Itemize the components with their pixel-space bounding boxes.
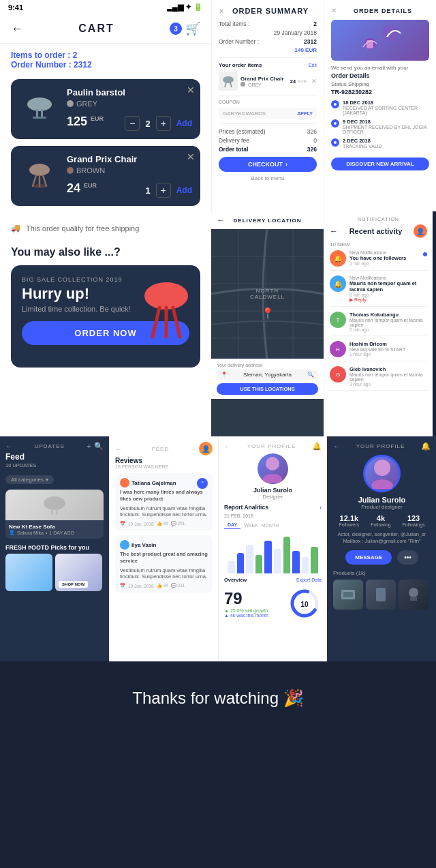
order-summary-header: ✕ ORDER SUMMARY [219, 7, 317, 15]
back-icon[interactable]: ← [115, 445, 122, 453]
svg-rect-1 [36, 109, 38, 117]
reviews-panel: ← FEED 👤 Reviews 18 PERSON WAS HERE " Ta… [109, 436, 218, 661]
tracking-steps: 18 DEC 2018 RECEIVED AT SORTING CENTER (… [331, 100, 429, 149]
arrow-right-icon: › [285, 161, 287, 168]
back-menu-link[interactable]: Back to menu [219, 175, 317, 181]
os-item-color: GREY [240, 82, 284, 87]
svg-rect-39 [343, 592, 353, 597]
remove-item-button[interactable]: ✕ [311, 78, 317, 85]
cart-item-color: GREY [67, 100, 192, 108]
product-thumbnail[interactable] [333, 580, 363, 610]
bar [228, 561, 235, 573]
increase-qty-button[interactable]: + [156, 116, 171, 131]
back-icon[interactable]: ← [5, 443, 12, 450]
map-canvas: NORTH CALDWELL 📍 [211, 229, 324, 359]
export-link[interactable]: Export Data [296, 578, 322, 582]
back-icon[interactable]: ← [330, 226, 338, 236]
increase-qty-button[interactable]: + [156, 183, 171, 198]
svg-point-9 [144, 282, 188, 310]
discover-btn[interactable]: DISCOVER NEW ARRIVAL [331, 158, 429, 170]
feed-card: New Kt Ease Sofa 👤 Sakura Mika • 1 DAY A… [5, 490, 104, 539]
add-button[interactable]: Add [176, 119, 192, 128]
overview-value: 79 ▲ 25.0% sell growth ▲ 4k was this mon… [224, 589, 268, 618]
track-dot-icon [331, 138, 339, 147]
notif-avatar: G [330, 366, 346, 383]
svg-point-32 [263, 474, 282, 483]
sale-banner: BIG SALE COLLECTION 2019 Hurry up! Limit… [11, 265, 200, 368]
shop-now-label[interactable]: SHOP NOW [59, 581, 88, 588]
product-thumbnail[interactable] [399, 580, 429, 610]
stat-posts: 123 Followings [403, 514, 425, 527]
message-button[interactable]: MESSAGE [345, 550, 392, 565]
close-icon[interactable]: ✕ [331, 7, 337, 14]
feed-inspired-item[interactable]: SHOP NOW [55, 554, 102, 591]
checkout-button[interactable]: CHECKOUT › [219, 157, 317, 172]
close-icon[interactable]: ✕ [219, 8, 224, 15]
unread-dot [423, 252, 427, 256]
svg-point-4 [29, 164, 50, 176]
notif-avatar: T [330, 312, 346, 328]
decrease-qty-button[interactable]: − [125, 116, 140, 131]
cart-item-price: 125 EUR [67, 115, 104, 129]
month-tab[interactable]: MONTH [262, 521, 279, 529]
cart-icon: 🛒 [185, 21, 200, 36]
reviews-title: Reviews [115, 457, 213, 464]
apply-coupon-button[interactable]: APPLY [297, 111, 313, 116]
qty-display: 1 [145, 185, 150, 196]
track-step-info: 18 DEC 2018 RECEIVED AT SORTING CENTER (… [343, 100, 429, 115]
add-button[interactable]: Add [176, 185, 192, 195]
back-button[interactable]: ← [11, 22, 23, 36]
right-column: ✕ ORDER SUMMARY Total items : 2 29 Janua… [211, 0, 436, 436]
search-icon[interactable]: 🔍 [94, 442, 104, 451]
use-location-button[interactable]: USE THIS LOCATIONS [217, 383, 318, 395]
truck-icon: 🚚 [11, 224, 20, 233]
cart-item: Paulin barstol GREY 125 EUR − 2 + [11, 79, 200, 139]
bell-icon[interactable]: 🔔 [312, 442, 322, 451]
location-input[interactable]: 📍 Sleman, Yogyakarta 🔍 [217, 370, 318, 380]
svg-rect-3 [33, 117, 46, 119]
feed-inspired-item[interactable] [5, 554, 52, 591]
back-icon[interactable]: ← [333, 443, 340, 450]
map-title: DELIVERY LOCATION [225, 218, 310, 224]
more-button[interactable]: ••• [397, 550, 418, 565]
chair-grand-icon [22, 159, 57, 193]
svg-rect-42 [410, 597, 417, 601]
bar [264, 541, 272, 573]
svg-line-15 [230, 83, 232, 87]
bar [274, 549, 281, 573]
you-may-like-section: You may also like ...? BIG SALE COLLECTI… [0, 238, 211, 376]
week-tab[interactable]: WEEK [244, 521, 258, 529]
bar [255, 555, 263, 573]
feed-category-selector[interactable]: All categories ▾ [5, 475, 54, 484]
tracking-header: ✕ ORDER DETAILS [331, 7, 429, 14]
notif-content: Thomas Kokubangu Mauris non tempor quam … [349, 312, 427, 332]
os-date: 29 January 2018 [219, 29, 317, 36]
tracking-illustration [331, 20, 429, 61]
add-icon[interactable]: + [87, 442, 91, 451]
profile-name: Julian Surolo [224, 487, 322, 494]
coupon-input[interactable] [223, 110, 294, 117]
os-item-image [219, 72, 238, 91]
tracking-subtitle: We send you an email with your [331, 65, 429, 71]
product-thumbnail[interactable] [366, 580, 396, 610]
notif-content: Hashim Bricom New big sale 90 % START 1 … [349, 341, 427, 357]
review-card: " Tatiana Gajelman I was here many times… [115, 473, 213, 531]
day-tab[interactable]: DAY [224, 521, 240, 529]
notif-avatar: H [330, 341, 346, 357]
search-icon[interactable]: 🔍 [307, 372, 314, 378]
svg-text:10: 10 [300, 601, 309, 608]
back-icon[interactable]: ← [217, 215, 225, 225]
bell-icon[interactable]: 🔔 [421, 442, 431, 451]
remove-item-button[interactable]: ✕ [187, 85, 195, 95]
edit-link[interactable]: Edit [309, 63, 317, 68]
os-total: Order total 326 [219, 146, 317, 153]
profile-actions: MESSAGE ••• [333, 550, 431, 565]
reply-button[interactable]: ▶ Reply [349, 297, 367, 303]
row3-panels: ← UPDATES + 🔍 Feed 10 UPDATES All catego… [0, 436, 436, 661]
status-bar: 9:41 ▂▄▆ ✦ 🔋 [0, 0, 211, 14]
remove-item-button[interactable]: ✕ [187, 151, 195, 162]
status-time: 9:41 [8, 3, 23, 12]
os-order-num: Order Number : 2312 [219, 38, 317, 45]
report-link[interactable]: › [320, 505, 322, 511]
back-icon[interactable]: ← [224, 443, 231, 450]
